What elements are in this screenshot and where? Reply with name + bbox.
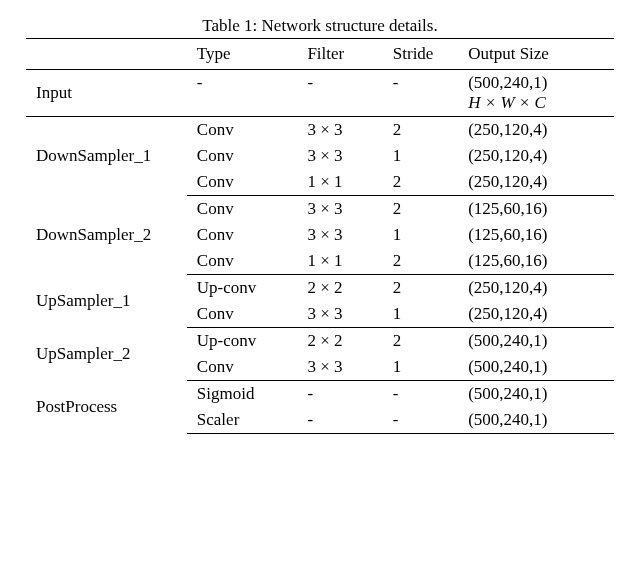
cell-type: Sigmoid <box>187 381 298 408</box>
block-name: PostProcess <box>26 381 187 434</box>
cell-stride: - <box>383 407 458 434</box>
cell-output: (500,240,1) <box>458 381 614 408</box>
block-name: UpSampler_1 <box>26 275 187 328</box>
cell-stride: 1 <box>383 222 458 248</box>
cell-stride: 2 <box>383 196 458 223</box>
cell-stride: 2 <box>383 248 458 275</box>
cell-stride: 2 <box>383 275 458 302</box>
cell-filter: 3 × 3 <box>297 143 382 169</box>
cell-output: (250,120,4) <box>458 275 614 302</box>
cell-stride: 2 <box>383 169 458 196</box>
cell-type: Conv <box>187 169 298 196</box>
cell-stride: 1 <box>383 143 458 169</box>
block-name: Input <box>26 70 187 117</box>
cell-filter: 3 × 3 <box>297 117 382 144</box>
cell-stride: - <box>383 70 458 117</box>
network-table: Type Filter Stride Output Size Input---(… <box>26 38 614 434</box>
cell-output: (500,240,1) <box>458 354 614 381</box>
table-row: PostProcessSigmoid--(500,240,1) <box>26 381 614 408</box>
cell-output: (500,240,1) <box>458 328 614 355</box>
cell-filter: 3 × 3 <box>297 196 382 223</box>
table-row: DownSampler_2Conv3 × 32(125,60,16) <box>26 196 614 223</box>
cell-type: Conv <box>187 222 298 248</box>
cell-type: Conv <box>187 196 298 223</box>
cell-type: Up-conv <box>187 275 298 302</box>
header-filter: Filter <box>297 39 382 70</box>
cell-filter: - <box>297 381 382 408</box>
cell-filter: 1 × 1 <box>297 169 382 196</box>
cell-stride: - <box>383 381 458 408</box>
table-body: Input---(500,240,1)H × W × CDownSampler_… <box>26 70 614 434</box>
cell-filter: 3 × 3 <box>297 301 382 328</box>
cell-filter: 2 × 2 <box>297 328 382 355</box>
cell-filter: 2 × 2 <box>297 275 382 302</box>
table-row: UpSampler_2Up-conv2 × 22(500,240,1) <box>26 328 614 355</box>
table-caption: Table 1: Network structure details. <box>16 16 624 36</box>
cell-type: Conv <box>187 117 298 144</box>
cell-stride: 1 <box>383 301 458 328</box>
cell-filter: 1 × 1 <box>297 248 382 275</box>
header-output: Output Size <box>458 39 614 70</box>
cell-type: Conv <box>187 301 298 328</box>
table-row: DownSampler_1Conv3 × 32(250,120,4) <box>26 117 614 144</box>
cell-output: (500,240,1)H × W × C <box>458 70 614 117</box>
cell-filter: - <box>297 70 382 117</box>
cell-output: (250,120,4) <box>458 143 614 169</box>
cell-output: (125,60,16) <box>458 222 614 248</box>
cell-stride: 2 <box>383 117 458 144</box>
cell-output: (250,120,4) <box>458 169 614 196</box>
cell-filter: 3 × 3 <box>297 354 382 381</box>
header-blank <box>26 39 187 70</box>
block-name: DownSampler_1 <box>26 117 187 196</box>
cell-filter: - <box>297 407 382 434</box>
cell-type: Scaler <box>187 407 298 434</box>
cell-type: Up-conv <box>187 328 298 355</box>
table-header-row: Type Filter Stride Output Size <box>26 39 614 70</box>
cell-output-sub: H × W × C <box>468 93 546 112</box>
cell-filter: 3 × 3 <box>297 222 382 248</box>
cell-type: - <box>187 70 298 117</box>
cell-stride: 1 <box>383 354 458 381</box>
table-row: UpSampler_1Up-conv2 × 22(250,120,4) <box>26 275 614 302</box>
cell-type: Conv <box>187 248 298 275</box>
table-row: Input---(500,240,1)H × W × C <box>26 70 614 117</box>
block-name: UpSampler_2 <box>26 328 187 381</box>
cell-output: (125,60,16) <box>458 248 614 275</box>
cell-type: Conv <box>187 143 298 169</box>
cell-output: (125,60,16) <box>458 196 614 223</box>
cell-type: Conv <box>187 354 298 381</box>
cell-output: (500,240,1) <box>458 407 614 434</box>
header-stride: Stride <box>383 39 458 70</box>
cell-output: (250,120,4) <box>458 117 614 144</box>
cell-output: (250,120,4) <box>458 301 614 328</box>
cell-stride: 2 <box>383 328 458 355</box>
block-name: DownSampler_2 <box>26 196 187 275</box>
header-type: Type <box>187 39 298 70</box>
